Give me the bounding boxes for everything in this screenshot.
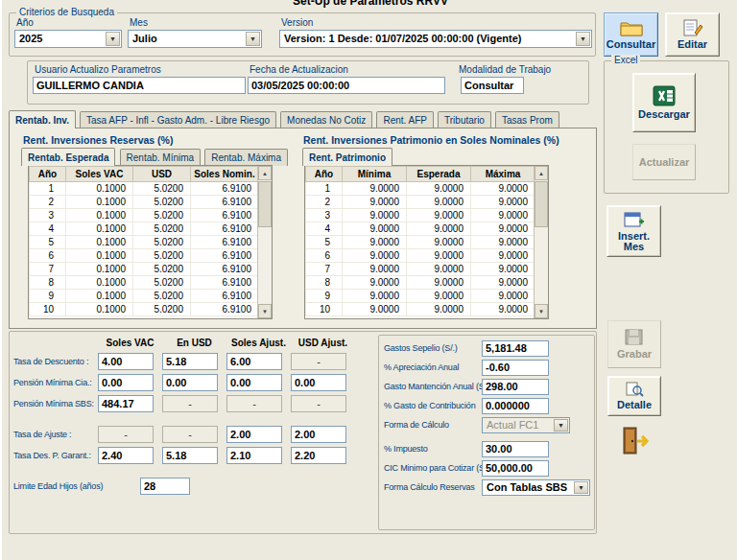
table-cell: 5.0200 — [133, 196, 191, 209]
tab-tasas-prom[interactable]: Tasas Prom — [495, 111, 559, 128]
matrix-cell-input[interactable]: 2.00 — [291, 426, 346, 443]
matrix-col-soles-ajust: Soles Ajust. — [226, 338, 291, 348]
table-row[interactable]: 39.00009.00009.0000 — [306, 209, 535, 222]
param-row: % Impuesto30.00 — [384, 439, 591, 458]
main-tab-strip: Rentab. Inv. Tasa AFP - Infl - Gasto Adm… — [9, 110, 560, 128]
matrix-cell-input[interactable]: 0.00 — [162, 374, 218, 391]
table-row[interactable]: 69.00009.00009.0000 — [306, 249, 535, 263]
matrix-cell-input[interactable]: 2.10 — [226, 447, 282, 464]
subtab-rentab-esperada[interactable]: Rentab. Esperada — [21, 148, 115, 166]
descargar-button[interactable]: Descargar — [632, 73, 696, 132]
month-select[interactable]: Julio ▼ — [128, 30, 262, 48]
scroll-down-button[interactable]: ▼ — [258, 304, 272, 318]
col-header-maxima[interactable]: Máxima — [471, 167, 535, 182]
table-row[interactable]: 90.10005.02006.9100 — [30, 290, 259, 303]
chevron-down-icon[interactable]: ▼ — [246, 32, 260, 46]
usuario-actualizo-field[interactable]: GUILLERMO CANDIA — [33, 77, 246, 94]
param-select[interactable]: Con Tablas SBS▼ — [482, 479, 590, 496]
table-cell: 9.0000 — [407, 303, 471, 316]
table-row[interactable]: 30.10005.02006.9100 — [30, 209, 259, 222]
limite-edad-input[interactable]: 28 — [140, 478, 190, 495]
param-label: CIC Minimo para Cotizar (S/.) — [384, 463, 482, 473]
tab-monedas-no-cotiz[interactable]: Monedas No Cotiz — [280, 111, 372, 128]
matrix-row: Pensión Mínima SBS:484.17--- — [13, 395, 374, 412]
exit-button[interactable] — [620, 426, 653, 458]
col-header-ano[interactable]: Año — [30, 167, 66, 182]
matrix-cell-input[interactable]: 5.18 — [162, 353, 218, 370]
table-row[interactable]: 29.00009.00009.0000 — [306, 196, 535, 209]
consultar-button[interactable]: Consultar — [604, 12, 658, 57]
insert-mes-button[interactable]: Insert. Mes — [606, 205, 661, 257]
tab-rentab-inv[interactable]: Rentab. Inv. — [9, 110, 76, 128]
table-row[interactable]: 109.00009.00009.0000 — [306, 303, 535, 316]
table-cell: 0.1000 — [66, 276, 133, 290]
col-header-ano[interactable]: Año — [306, 167, 343, 182]
matrix-cell-input[interactable]: 0.00 — [226, 374, 282, 391]
param-input[interactable]: 50,000.00 — [482, 460, 549, 477]
scroll-up-button[interactable]: ▲ — [258, 166, 272, 180]
table-row[interactable]: 19.00009.00009.0000 — [306, 182, 535, 196]
modalidad-trabajo-field[interactable]: Consultar — [461, 77, 524, 94]
editar-button[interactable]: Editar — [665, 12, 720, 57]
chevron-down-icon[interactable]: ▼ — [106, 32, 120, 46]
tab-rent-afp[interactable]: Rent. AFP — [376, 111, 434, 128]
col-header-soles-vac[interactable]: Soles VAC — [66, 167, 133, 182]
table-row[interactable]: 10.10005.02006.9100 — [30, 182, 259, 196]
table-row[interactable]: 99.00009.00009.0000 — [306, 290, 535, 303]
table-cell: 9 — [306, 290, 343, 303]
year-select[interactable]: 2025 ▼ — [14, 30, 122, 48]
scroll-up-button[interactable]: ▲ — [535, 166, 548, 180]
matrix-cell-input[interactable]: 5.18 — [162, 447, 218, 464]
param-input[interactable]: 5,181.48 — [482, 340, 549, 357]
detalle-button[interactable]: Detalle — [607, 376, 661, 416]
scroll-thumb[interactable] — [535, 181, 548, 227]
table-row[interactable]: 49.00009.00009.0000 — [306, 222, 535, 236]
tab-tributario[interactable]: Tributario — [438, 111, 491, 128]
table-row[interactable]: 50.10005.02006.9100 — [30, 236, 259, 249]
matrix-cell-input[interactable]: 484.17 — [98, 395, 154, 412]
table-cell: 9.0000 — [343, 222, 407, 236]
matrix-cell-input[interactable]: 2.00 — [226, 426, 282, 443]
table-row[interactable]: 80.10005.02006.9100 — [30, 276, 259, 290]
tab-tasa-afp-infl-gasto[interactable]: Tasa AFP - Infl - Gasto Adm. - Libre Rie… — [80, 111, 276, 128]
matrix-cell-input[interactable]: 2.20 — [291, 447, 346, 464]
table-row[interactable]: 89.00009.00009.0000 — [306, 276, 535, 290]
table-row[interactable]: 20.10005.02006.9100 — [30, 196, 259, 209]
table-row[interactable]: 79.00009.00009.0000 — [306, 263, 535, 276]
matrix-cell-input[interactable]: 4.00 — [98, 353, 154, 370]
matrix-cell-input[interactable]: 6.00 — [226, 353, 282, 370]
table-row[interactable]: 40.10005.02006.9100 — [30, 222, 259, 236]
matrix-cell-input[interactable]: 0.00 — [98, 374, 154, 391]
folder-search-icon — [620, 19, 643, 36]
param-input[interactable]: 298.00 — [482, 379, 549, 395]
subtab-rentab-maxima[interactable]: Rentab. Máxima — [204, 149, 288, 166]
subtab-rentab-minima[interactable]: Rentab. Mínima — [120, 149, 202, 166]
table-row[interactable]: 59.00009.00009.0000 — [306, 236, 535, 249]
chevron-down-icon[interactable]: ▼ — [576, 32, 590, 46]
table-cell: 4 — [30, 222, 66, 236]
fecha-actualizacion-field[interactable]: 03/05/2025 00:00:00 — [248, 77, 445, 94]
matrix-cell-input[interactable]: 2.40 — [98, 447, 154, 464]
vertical-scrollbar[interactable]: ▲ ▼ — [257, 166, 272, 318]
table-cell: 5.0200 — [133, 209, 191, 222]
table-cell: 2 — [30, 196, 66, 209]
matrix-cell-disabled: - — [162, 426, 218, 443]
subtab-rent-patrimonio[interactable]: Rent. Patrimonio — [302, 148, 392, 166]
version-select[interactable]: Version: 1 Desde: 01/07/2025 00:00:00 (V… — [279, 30, 592, 48]
col-header-usd[interactable]: USD — [133, 167, 191, 182]
table-row[interactable]: 100.10005.02006.9100 — [30, 303, 259, 316]
param-input[interactable]: 0.000000 — [482, 398, 549, 414]
scroll-down-button[interactable]: ▼ — [535, 304, 548, 318]
table-cell: 9.0000 — [471, 182, 535, 196]
col-header-minima[interactable]: Mínima — [343, 167, 407, 182]
matrix-cell-input[interactable]: 0.00 — [291, 374, 346, 391]
param-input[interactable]: -0.60 — [482, 360, 549, 376]
param-input[interactable]: 30.00 — [482, 441, 549, 457]
table-row[interactable]: 60.10005.02006.9100 — [30, 249, 259, 263]
table-row[interactable]: 70.10005.02006.9100 — [30, 263, 259, 276]
criterios-busqueda-legend: Criterios de Busqueda — [16, 7, 117, 17]
vertical-scrollbar[interactable]: ▲ ▼ — [534, 166, 548, 318]
scroll-thumb[interactable] — [258, 181, 272, 227]
col-header-soles-nomin[interactable]: Soles Nomin. — [191, 167, 259, 182]
col-header-esperada[interactable]: Esperada — [407, 167, 471, 182]
